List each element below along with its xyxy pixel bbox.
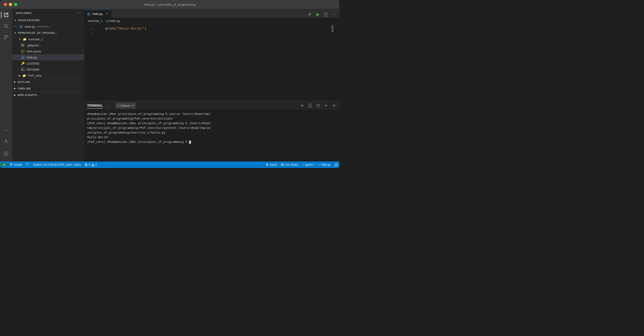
notebook-icon: ≡ xyxy=(20,49,25,54)
minimap xyxy=(326,24,340,101)
live-share-icon xyxy=(280,163,284,166)
status-live-share[interactable]: Live Share xyxy=(279,163,300,166)
folder-exercise1[interactable]: ▼ 📁 exercise_1 xyxy=(12,36,84,42)
activity-icon-source-control[interactable] xyxy=(1,32,11,42)
branch-icon xyxy=(10,163,13,166)
terminal-up-icon[interactable] xyxy=(323,103,329,108)
svg-point-23 xyxy=(309,15,310,16)
terminal-body[interactable]: dham@davids-iMac principles_of_programmi… xyxy=(84,110,340,161)
activity-icon-explorer[interactable] xyxy=(1,10,11,20)
terminal-close-icon[interactable] xyxy=(331,103,337,108)
breadcrumb-file[interactable]: hello.py xyxy=(110,19,120,22)
status-user[interactable]: David xyxy=(264,163,279,166)
svg-point-9 xyxy=(5,140,7,141)
minimap-scroll[interactable] xyxy=(331,25,334,32)
source-control-toolbar-icon[interactable] xyxy=(307,12,313,18)
svg-rect-36 xyxy=(317,105,320,107)
editor-area: py hello.py ✕ xyxy=(84,9,340,161)
svg-point-49 xyxy=(282,165,284,166)
file-readme[interactable]: ≡ README xyxy=(12,66,84,72)
breadcrumb-folder[interactable]: exercise_1 xyxy=(88,19,102,22)
breadcrumb: exercise_1 › py hello.py xyxy=(84,18,340,24)
status-filename[interactable]: ✓ hello.py xyxy=(316,163,332,166)
open-editors-section[interactable]: ▼ Open Editors xyxy=(12,17,84,23)
terminal-shell-dropdown[interactable]: 1: Python xyxy=(116,102,136,109)
outline-section[interactable]: ▶ Outline xyxy=(12,78,84,85)
activity-icon-more[interactable] xyxy=(1,125,11,135)
outline-chevron: ▶ xyxy=(14,81,16,83)
split-terminal-icon[interactable] xyxy=(307,103,313,108)
status-linter[interactable]: ✓ python xyxy=(300,163,315,166)
terminal-line-2: principles_of_programming/PoP_venv/bin/a… xyxy=(87,116,337,121)
window-title: hello.py — principles_of_programming xyxy=(144,3,196,6)
minimize-button[interactable] xyxy=(9,3,12,6)
status-branch-label: master xyxy=(14,163,22,166)
status-remote-button[interactable] xyxy=(0,163,8,166)
more-actions-icon[interactable] xyxy=(331,12,337,18)
open-editor-item-hello-py[interactable]: ✕ py hello.py exercise_1 xyxy=(12,23,84,29)
svg-point-37 xyxy=(10,164,12,165)
warning-icon xyxy=(91,163,94,166)
activity-icon-settings[interactable] xyxy=(1,148,11,159)
file-gitignore[interactable]: GI .gitignore xyxy=(12,42,84,48)
svg-point-3 xyxy=(4,38,6,39)
user-label: David xyxy=(270,163,277,166)
file-hello-py[interactable]: py hello.py xyxy=(12,54,84,60)
file-hello-ipynb[interactable]: ≡ hello.ipynb xyxy=(12,48,84,54)
license-label: LICENSE xyxy=(26,62,40,65)
main-container: Explorer ··· ▼ Open Editors ✕ py hello.p… xyxy=(0,9,340,161)
split-editor-icon[interactable] xyxy=(323,12,329,18)
warning-count: 0 xyxy=(95,163,97,166)
activity-bar xyxy=(0,9,12,161)
workspace-chevron: ▼ xyxy=(14,32,16,34)
tab-close-btn[interactable]: ✕ xyxy=(105,12,109,16)
hello-py-label: hello.py xyxy=(26,56,37,59)
activity-icon-search[interactable] xyxy=(1,21,11,31)
add-terminal-icon[interactable] xyxy=(300,103,305,108)
terminal-line-4: tmp/principls_of_programming/PoP_venv/bi… xyxy=(87,126,337,130)
remote-icon xyxy=(2,163,6,166)
folder-pop-venv[interactable]: ▶ 📁 PoP_venv xyxy=(12,72,84,78)
folder-icon: 📁 xyxy=(22,37,27,41)
status-sync-item[interactable] xyxy=(24,163,32,166)
close-editor-btn[interactable]: ✕ xyxy=(14,25,18,28)
tab-hello-py[interactable]: py hello.py ✕ xyxy=(84,9,112,18)
error-icon xyxy=(84,163,88,166)
status-python-version[interactable]: Python 3.8.5 64-bit ('PoP_venv': venv) xyxy=(32,161,82,168)
terminal-tab[interactable]: TERMINAL xyxy=(87,103,103,108)
code-line-2: 2 xyxy=(84,31,340,36)
svg-point-0 xyxy=(4,24,7,27)
error-count: 0 xyxy=(88,163,90,166)
run-button[interactable] xyxy=(315,12,321,18)
status-notifications[interactable] xyxy=(332,163,340,166)
notifications-icon xyxy=(334,163,338,166)
npm-section[interactable]: ▶ NPM Scripts xyxy=(12,92,84,98)
close-button[interactable] xyxy=(4,3,7,6)
status-errors[interactable]: 0 0 xyxy=(82,161,99,168)
workspace-root-section[interactable]: ▼ PRINCIPLES_OF_PROGRA... xyxy=(12,29,84,36)
svg-point-45 xyxy=(92,166,93,166)
svg-point-47 xyxy=(281,164,282,165)
file-license[interactable]: 🔑 LICENSE xyxy=(12,60,84,66)
svg-marker-26 xyxy=(317,13,319,16)
svg-text:≡: ≡ xyxy=(21,50,22,53)
timeline-label: Timeline xyxy=(18,87,31,90)
timeline-section[interactable]: ▶ Timeline xyxy=(12,85,84,92)
sidebar: Explorer ··· ▼ Open Editors ✕ py hello.p… xyxy=(12,9,84,161)
svg-point-6 xyxy=(4,130,5,131)
maximize-button[interactable] xyxy=(14,3,17,6)
sidebar-more-actions[interactable]: ··· xyxy=(78,11,81,15)
license-icon: 🔑 xyxy=(20,61,25,66)
terminal-more-icon[interactable]: ··· xyxy=(106,103,109,108)
line-number-2: 2 xyxy=(84,31,98,36)
svg-text:py: py xyxy=(20,25,22,28)
title-bar: hello.py — principles_of_programming xyxy=(0,0,340,9)
exercise1-chevron: ▼ xyxy=(19,38,21,40)
kill-terminal-icon[interactable] xyxy=(315,103,321,108)
status-branch-item[interactable]: master xyxy=(8,163,24,166)
tab-bar: py hello.py ✕ xyxy=(84,9,340,18)
pop-venv-label: PoP_venv xyxy=(28,74,42,77)
code-editor[interactable]: 1 print("Hello World!") 2 xyxy=(84,24,340,101)
activity-icon-account[interactable] xyxy=(1,136,11,147)
breadcrumb-file-icon: py xyxy=(106,19,109,22)
